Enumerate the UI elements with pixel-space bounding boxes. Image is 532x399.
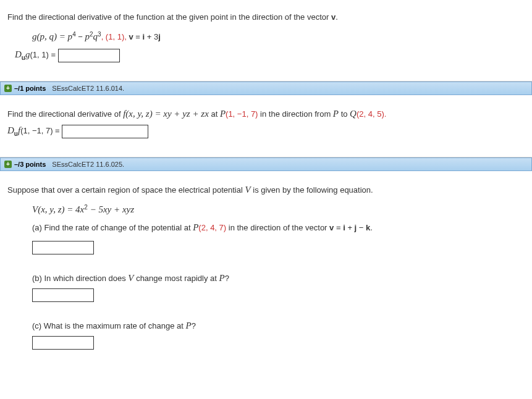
q3c-P: P (186, 321, 192, 330)
q3a-pt: (2, 4, 7) (198, 223, 226, 232)
q3b-answer-row (32, 288, 525, 302)
q1-point: , (1, 1), (101, 32, 129, 41)
q3a-pre: (a) Find the rate of change of the poten… (32, 223, 193, 232)
q3a-plus: + (345, 223, 355, 232)
q3a-dot: . (370, 223, 373, 232)
q1-g-lhs: g(p, q) = p (32, 32, 72, 41)
q3-text-a: Suppose that over a certain region of sp… (7, 185, 245, 195)
q1-D: D (15, 50, 22, 60)
q3-prompt: Suppose that over a certain region of sp… (7, 182, 525, 197)
q3-eq-lhs: V(x, y, z) = 4x (32, 204, 84, 214)
q1-prompt: Find the directional derivative of the f… (7, 11, 525, 24)
q1-q: q (93, 32, 98, 41)
q1-v: v (129, 32, 133, 41)
q3c-q: ? (192, 321, 196, 330)
question-3: + –/3 points SEssCalcET2 11.6.025. Suppo… (0, 158, 532, 368)
q3b-P: P (219, 273, 225, 283)
q2-prompt: Find the directional derivative of f(x, … (7, 106, 525, 121)
q3b-V: V (128, 273, 133, 283)
q2-text-a: Find the directional derivative of (7, 109, 123, 119)
q3-equation: V(x, y, z) = 4x2 − 5xy + xyz (32, 201, 525, 219)
q3-points: –/3 points (14, 161, 46, 168)
q1-p: p (85, 32, 90, 41)
q3a-minus: − (357, 223, 366, 232)
q3a-answer-row (32, 241, 525, 254)
q1-prompt-suffix: . (336, 12, 338, 22)
q3-part-a: (a) Find the rate of change of the poten… (32, 219, 525, 237)
q2-header: + –/1 points SEssCalcET2 11.6.014. (0, 82, 532, 95)
q3-V: V (245, 185, 250, 195)
expand-icon[interactable]: + (4, 85, 12, 92)
q2-ref: SEssCalcET2 11.6.014. (52, 85, 124, 92)
q2-qpt: (2, 4, 5). (357, 109, 386, 119)
expand-icon[interactable]: + (4, 161, 12, 168)
q3c-answer-input[interactable] (32, 336, 94, 350)
q3-text-b: is given by the following equation. (251, 185, 373, 195)
q1-ans-pt: (1, 1) = (30, 51, 57, 60)
q3c-answer-row (32, 336, 525, 350)
q3c-pre: (c) What is the maximum rate of change a… (32, 321, 186, 330)
q1-prompt-text: Find the directional derivative of the f… (7, 12, 331, 22)
q2-pt: (1, −1, 7) (226, 109, 258, 119)
q3b-answer-input[interactable] (32, 288, 94, 302)
q2-Q: Q (350, 109, 357, 119)
q3b-pre: (b) In which direction does (32, 274, 128, 283)
q3-header: + –/3 points SEssCalcET2 11.6.025. (0, 158, 532, 171)
q1-j: j (158, 32, 161, 41)
q1-plus3: + 3 (145, 32, 158, 41)
q2-text-c: in the direction from (258, 109, 332, 119)
q3a-eq: = (334, 223, 343, 232)
q3-ref: SEssCalcET2 11.6.025. (52, 161, 124, 168)
q2-f: f(x, y, z) = xy + yz + zx (123, 109, 209, 119)
q2-answer-input[interactable] (62, 125, 148, 138)
q1-answer-row: Dug(1, 1) = (15, 49, 525, 62)
q3b-q: ? (225, 274, 229, 283)
q2-D: D (7, 126, 14, 136)
q2-P: P (220, 109, 226, 119)
q3a-P: P (193, 222, 198, 232)
q2-Pa: P (333, 109, 339, 119)
q3b-post: change most rapidly at (134, 274, 219, 283)
q1-equation: g(p, q) = p4 − p2q3, (1, 1), v = i + 3j (32, 28, 525, 46)
q3-part-c: (c) What is the maximum rate of change a… (32, 321, 525, 331)
q2-answer-row: Duf(1, −1, 7) = (7, 125, 525, 138)
q2-points: –/1 points (14, 85, 46, 92)
question-1: Find the directional derivative of the f… (0, 0, 532, 82)
q3-part-b: (b) In which direction does V change mos… (32, 273, 525, 284)
q3-eq-mid: − 5xy + xyz (88, 204, 134, 214)
q1-answer-input[interactable] (58, 49, 120, 62)
q2-text-d: to (339, 109, 350, 119)
q1-eq: = (133, 32, 143, 41)
q2-ans-pt: (1, −1, 7) = (20, 127, 62, 136)
q2-text-b: at (209, 109, 220, 119)
question-2: + –/1 points SEssCalcET2 11.6.014. Find … (0, 82, 532, 158)
q3a-answer-input[interactable] (32, 241, 94, 254)
q1-minus: − (76, 32, 85, 41)
q3a-mid: in the direction of the vector (226, 223, 329, 232)
